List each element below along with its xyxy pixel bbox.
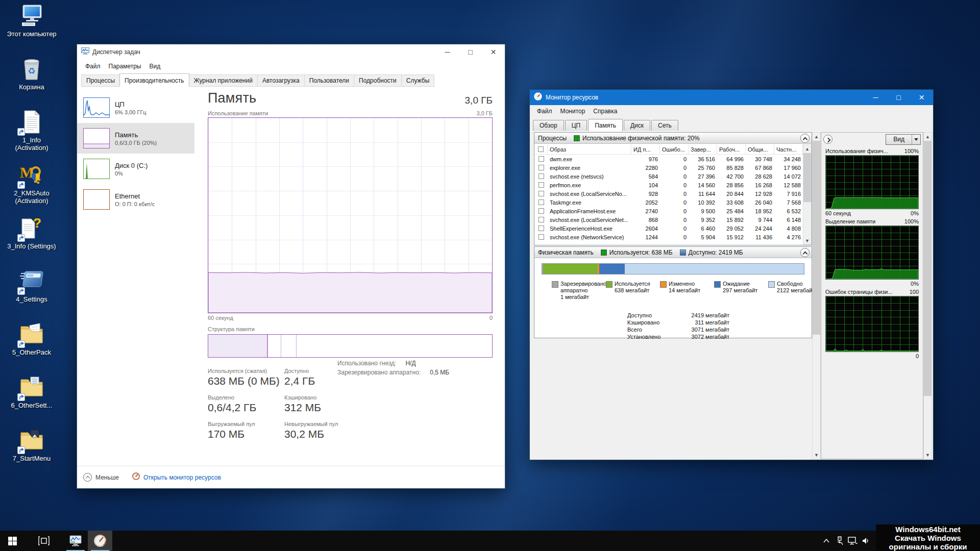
collapse-physical-memory-button[interactable] xyxy=(800,248,810,257)
column-header-Ошибо...[interactable]: Ошибо... xyxy=(660,144,689,154)
task-view-button[interactable] xyxy=(32,531,56,551)
scroll-up-icon[interactable]: ▲ xyxy=(924,133,932,140)
row-checkbox[interactable] xyxy=(538,208,544,214)
window-scrollbar[interactable]: ▲ ▼ xyxy=(923,132,932,459)
menu-item-Монитор[interactable]: Монитор xyxy=(556,106,590,116)
desktop-icon-this-pc[interactable]: Этот компьютер xyxy=(5,4,58,38)
process-row[interactable]: svchost.exe (LocalServiceNet...86809 352… xyxy=(534,215,803,224)
scroll-thumb[interactable] xyxy=(924,141,932,396)
scroll-up-icon[interactable]: ▲ xyxy=(813,133,820,140)
collapse-processes-button[interactable] xyxy=(800,134,810,143)
collapse-details-icon[interactable] xyxy=(83,473,92,482)
task-manager-titlebar[interactable]: Диспетчер задач ─ □ ✕ xyxy=(77,44,505,60)
view-dropdown-arrow[interactable] xyxy=(912,135,920,144)
process-name: svchost.exe (NetworkService) xyxy=(548,234,631,240)
row-checkbox[interactable] xyxy=(538,173,544,179)
resource-monitor-titlebar[interactable]: Монитор ресурсов ─ □ ✕ xyxy=(530,90,933,105)
processes-table-scrollbar[interactable]: ▲ ▼ xyxy=(803,144,812,245)
column-header-Общи...[interactable]: Общи... xyxy=(746,144,774,154)
tab-Обзор[interactable]: Обзор xyxy=(533,120,564,131)
desktop-icon-info-activation[interactable]: 1_Info (Activation) xyxy=(5,110,58,152)
scroll-down-icon[interactable]: ▼ xyxy=(803,237,811,244)
desktop-icon-info-settings[interactable]: ?3_Info (Settings) xyxy=(5,216,58,250)
taskbar-task-manager-button[interactable] xyxy=(63,531,88,551)
row-checkbox[interactable] xyxy=(538,182,544,188)
process-row[interactable]: dwm.exe976036 51664 99630 74834 248 xyxy=(534,155,803,163)
stat-Выгружаемый пул: Выгружаемый пул170 МБ xyxy=(208,421,284,440)
process-row[interactable]: svchost.exe (netsvcs)584027 39642 70028 … xyxy=(534,172,803,181)
column-header-Образ[interactable]: Образ xyxy=(548,144,631,154)
maximize-button[interactable]: □ xyxy=(459,44,482,60)
tab-Службы[interactable]: Службы xyxy=(401,74,434,87)
close-button[interactable]: ✕ xyxy=(482,44,505,60)
process-value: 15 912 xyxy=(717,234,746,240)
row-checkbox[interactable] xyxy=(538,234,544,240)
desktop-icon-kmsauto-activation[interactable]: M2_KMSAuto (Activation) xyxy=(5,163,58,205)
row-checkbox[interactable] xyxy=(538,165,544,170)
tab-Диск[interactable]: Диск xyxy=(624,120,650,131)
sidebar-item-ЦП[interactable]: ЦП6% 3,00 ГГц xyxy=(77,92,194,123)
row-checkbox[interactable] xyxy=(538,226,544,231)
close-button[interactable]: ✕ xyxy=(910,90,933,105)
desktop-icon-settings[interactable]: 4_Settings xyxy=(5,269,58,303)
scroll-thumb[interactable] xyxy=(813,141,820,335)
start-button[interactable] xyxy=(0,531,24,551)
row-checkbox[interactable] xyxy=(538,156,544,162)
tab-Память[interactable]: Память xyxy=(588,119,623,131)
open-resource-monitor-link[interactable]: Открыть монитор ресурсов xyxy=(143,474,221,481)
usb-icon[interactable] xyxy=(833,536,846,545)
process-row[interactable]: explorer.exe2280025 76085 82867 86817 96… xyxy=(534,163,803,172)
tab-Производительность[interactable]: Производительность xyxy=(119,73,189,87)
process-row[interactable]: svchost.exe (NetworkService)124405 90415… xyxy=(534,233,803,241)
less-details-button[interactable]: Меньше xyxy=(95,474,119,481)
select-all-checkbox[interactable] xyxy=(538,146,544,152)
tab-Пользователи[interactable]: Пользователи xyxy=(304,74,354,87)
column-header-Завер...[interactable]: Завер... xyxy=(689,144,717,154)
legend-text: Свободно2122 мегабайт xyxy=(777,281,815,300)
maximize-button[interactable]: □ xyxy=(887,90,910,105)
menu-item-Файл[interactable]: Файл xyxy=(533,106,556,116)
row-checkbox[interactable] xyxy=(538,199,544,205)
desktop-icon-startmenu[interactable]: 7_StartMenu xyxy=(5,429,58,462)
tab-ЦП[interactable]: ЦП xyxy=(565,120,587,131)
sidebar-item-Диск 0 (C:)[interactable]: Диск 0 (C:)0% xyxy=(77,154,194,184)
desktop-icon-otherpack[interactable]: 5_OtherPack xyxy=(5,322,58,356)
left-pane-scrollbar[interactable]: ▲ ▼ xyxy=(812,132,821,459)
sidebar-item-Ethernet[interactable]: EthernetО: 0 П: 0 кбит/с xyxy=(77,184,194,215)
process-row[interactable]: svchost.exe (LocalServiceNo...928011 644… xyxy=(534,189,803,198)
row-checkbox[interactable] xyxy=(538,217,544,222)
view-button[interactable]: Вид xyxy=(886,134,921,145)
menu-item-Вид[interactable]: Вид xyxy=(145,61,164,71)
minimize-button[interactable]: ─ xyxy=(436,44,459,60)
scroll-down-icon[interactable]: ▼ xyxy=(924,451,932,459)
tab-Автозагрузка[interactable]: Автозагрузка xyxy=(257,74,305,87)
minimize-button[interactable]: ─ xyxy=(864,90,887,105)
menu-item-Файл[interactable]: Файл xyxy=(81,61,105,71)
tab-Процессы[interactable]: Процессы xyxy=(81,74,120,87)
column-header-Частн...[interactable]: Частн... xyxy=(774,144,803,154)
tab-Подробности[interactable]: Подробности xyxy=(354,74,402,87)
menu-item-Справка[interactable]: Справка xyxy=(589,106,621,116)
scroll-up-icon[interactable]: ▲ xyxy=(803,145,811,153)
scroll-down-icon[interactable]: ▼ xyxy=(813,451,820,459)
shortcut-arrow-icon xyxy=(17,181,25,189)
process-row[interactable]: perfmon.exe104014 56028 85616 26812 588 xyxy=(534,181,803,189)
desktop-icon-recycle-bin[interactable]: ♻Корзина xyxy=(5,57,58,91)
tab-Сеть[interactable]: Сеть xyxy=(651,120,678,131)
process-row[interactable]: ShellExperienceHost.exe260406 46029 0522… xyxy=(534,224,803,233)
network-icon[interactable] xyxy=(846,537,860,545)
process-row[interactable]: ApplicationFrameHost.exe274009 50025 484… xyxy=(534,207,803,215)
row-checkbox[interactable] xyxy=(538,191,544,196)
volume-icon[interactable] xyxy=(860,537,873,544)
column-header-Рабоч...[interactable]: Рабоч... xyxy=(717,144,746,154)
tray-expand-icon[interactable] xyxy=(820,539,833,543)
scroll-thumb[interactable] xyxy=(803,153,811,202)
expand-panel-button[interactable] xyxy=(823,135,832,144)
column-header-ИД п...[interactable]: ИД п... xyxy=(631,144,660,154)
sidebar-item-Память[interactable]: Память0,6/3,0 ГБ (20%) xyxy=(77,123,194,154)
tab-Журнал приложений[interactable]: Журнал приложений xyxy=(189,74,258,87)
taskbar-resource-monitor-button[interactable] xyxy=(88,531,112,551)
process-row[interactable]: Taskmgr.exe2052010 39233 60826 0407 568 xyxy=(534,198,803,207)
menu-item-Параметры[interactable]: Параметры xyxy=(105,61,145,71)
desktop-icon-othersett[interactable]: 6_OtherSett... xyxy=(5,375,58,409)
